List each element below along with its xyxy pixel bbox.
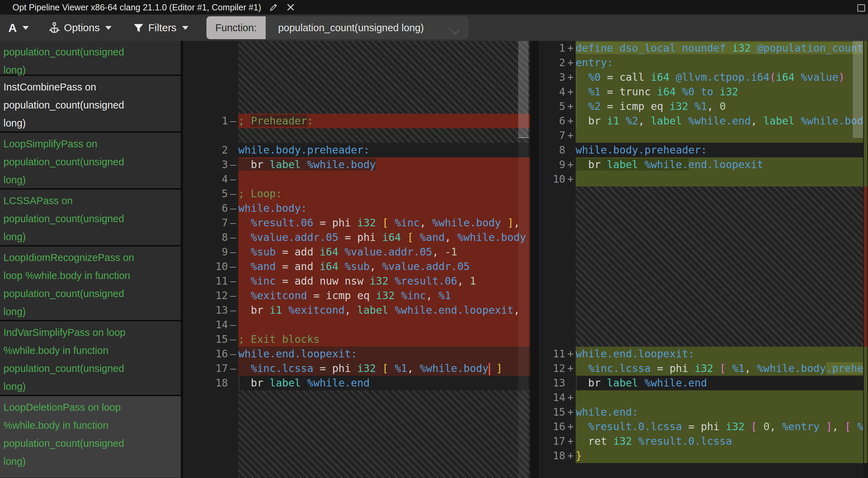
code-text[interactable]	[238, 172, 530, 186]
code-text[interactable]: %exitcond = icmp eq i32 %inc, %1	[238, 288, 530, 303]
code-text[interactable]: entry:	[576, 55, 863, 70]
code-text[interactable]: %result.0.lcssa = phi i32 [ 0, %entry ],…	[576, 419, 863, 434]
diff-modified-pane[interactable]: 1+define dso_local noundef i32 @populati…	[539, 41, 868, 478]
code-text[interactable]: %inc.lcssa = phi i32 [ %1, %while.body.p…	[576, 361, 863, 376]
code-text[interactable]: define dso_local noundef i32 @population…	[576, 41, 863, 55]
options-button[interactable]: Options	[49, 21, 112, 34]
code-line[interactable]: 16+ %result.0.lcssa = phi i32 [ 0, %entr…	[539, 419, 868, 434]
diff-original-pane[interactable]: 1–; Preheader:2while.body.preheader:3– b…	[183, 41, 530, 478]
pass-list-item[interactable]: IndVarSimplifyPass on loop%while.body in…	[0, 321, 181, 395]
code-line[interactable]: 3+ %0 = call i64 @llvm.ctpop.i64(i64 %va…	[539, 70, 868, 85]
code-text[interactable]: %2 = icmp eq i32 %1, 0	[576, 99, 863, 114]
maximize-icon[interactable]	[857, 4, 865, 12]
code-line[interactable]: 15+while.end:	[539, 405, 868, 419]
code-text[interactable]: while.body.preheader:	[576, 143, 863, 157]
code-text[interactable]: %result.06 = phi i32 [ %inc, %while.body…	[238, 216, 530, 230]
code-text[interactable]: ; Preheader:	[238, 114, 530, 128]
code-text[interactable]: while.body.preheader:	[238, 143, 530, 157]
code-text[interactable]: %sub = add i64 %value.addr.05, -1	[238, 245, 530, 259]
code-line[interactable]: 12– %exitcond = icmp eq i32 %inc, %1	[183, 288, 530, 303]
diff-sign	[565, 143, 576, 157]
code-line[interactable]: 18+}	[539, 449, 868, 463]
right-scrollbar[interactable]	[853, 41, 863, 478]
code-token: while.end.loopexit:	[238, 348, 357, 360]
code-text[interactable]: while.body:	[238, 201, 530, 216]
code-line[interactable]: 1+define dso_local noundef i32 @populati…	[539, 41, 868, 55]
code-line[interactable]: 13 br label %while.end	[539, 376, 868, 390]
code-text[interactable]: %1 = trunc i64 %0 to i32	[576, 85, 863, 99]
code-text[interactable]: %0 = call i64 @llvm.ctpop.i64(i64 %value…	[576, 70, 863, 85]
code-line[interactable]: 5–; Loop:	[183, 186, 530, 201]
code-token: ]	[496, 362, 503, 374]
code-text[interactable]	[576, 390, 863, 405]
code-text[interactable]: br label %while.end.loopexit	[576, 157, 863, 172]
chevron-down-icon	[105, 26, 112, 30]
code-token: ,	[707, 100, 719, 112]
pass-list-item[interactable]: population_count(unsignedlong)	[0, 41, 181, 75]
code-line[interactable]: 13– br i1 %exitcond, label %while.end.lo…	[183, 303, 530, 318]
code-token: = phi	[313, 217, 357, 229]
code-line[interactable]: 10+	[539, 172, 868, 186]
code-text[interactable]: br label %while.end	[576, 376, 863, 390]
pass-name-text: population_count(unsigned	[3, 285, 181, 303]
code-text[interactable]: br i1 %2, label %while.end, label %while…	[576, 114, 863, 128]
code-line[interactable]: 2+entry:	[539, 55, 868, 70]
code-line[interactable]: 3– br label %while.body	[183, 157, 530, 172]
code-text[interactable]: }	[576, 449, 863, 463]
code-line[interactable]: 17+ ret i32 %result.0.lcssa	[539, 434, 868, 449]
code-line[interactable]: 10– %and = and i64 %sub, %value.addr.05	[183, 259, 530, 274]
code-text[interactable]: %value.addr.05 = phi i64 [ %and, %while.…	[238, 230, 530, 245]
code-line[interactable]: 8– %value.addr.05 = phi i64 [ %and, %whi…	[183, 230, 530, 245]
code-line[interactable]: 17– %inc.lcssa = phi i32 [ %1, %while.bo…	[183, 361, 530, 376]
left-scrollbar-thumb[interactable]	[518, 41, 529, 138]
function-dropdown[interactable]: population_count(unsigned long)	[266, 16, 469, 39]
code-line[interactable]: 16–while.end.loopexit:	[183, 347, 530, 361]
code-line[interactable]: 1–; Preheader:	[183, 114, 530, 128]
filters-button[interactable]: Filters	[133, 22, 188, 34]
code-line[interactable]: 12+ %inc.lcssa = phi i32 [ %1, %while.bo…	[539, 361, 868, 376]
code-line[interactable]: 11– %inc = add nuw nsw i32 %result.06, 1	[183, 274, 530, 288]
code-text[interactable]: br i1 %exitcond, label %while.end.loopex…	[238, 303, 530, 318]
code-line[interactable]: 14+	[539, 390, 868, 405]
code-text[interactable]: br label %while.body	[238, 157, 530, 172]
code-line[interactable]: 11+while.end.loopexit:	[539, 347, 868, 361]
code-text[interactable]: %inc = add nuw nsw i32 %result.06, 1	[238, 274, 530, 288]
code-line[interactable]: 4–	[183, 172, 530, 186]
code-line[interactable]: 5+ %2 = icmp eq i32 %1, 0	[539, 99, 868, 114]
code-text[interactable]	[576, 128, 863, 143]
right-scrollbar-thumb[interactable]	[853, 41, 863, 138]
code-text[interactable]	[576, 172, 863, 186]
code-line[interactable]: 6–while.body:	[183, 201, 530, 216]
code-text[interactable]: ; Exit blocks	[238, 332, 530, 347]
code-text[interactable]: ; Loop:	[238, 186, 530, 201]
code-line[interactable]: 8while.body.preheader:	[539, 143, 868, 157]
rename-pencil-icon[interactable]	[269, 2, 278, 12]
diff-sign: +	[565, 347, 576, 361]
pass-list-item[interactable]: LoopDeletionPass on loop%while.body in f…	[0, 396, 181, 478]
code-line[interactable]: 15–; Exit blocks	[183, 332, 530, 347]
code-text[interactable]: while.end.loopexit:	[238, 347, 530, 361]
font-size-button[interactable]: A	[8, 21, 29, 35]
code-text[interactable]: while.end:	[576, 405, 863, 419]
code-line[interactable]: 7– %result.06 = phi i32 [ %inc, %while.b…	[183, 216, 530, 230]
code-line[interactable]: 7+	[539, 128, 868, 143]
code-line[interactable]: 14–	[183, 318, 530, 332]
code-line[interactable]: 9– %sub = add i64 %value.addr.05, -1	[183, 245, 530, 259]
code-line[interactable]: 2while.body.preheader:	[183, 143, 530, 157]
pass-list-item[interactable]: LoopSimplifyPass onpopulation_count(unsi…	[0, 133, 181, 188]
left-scrollbar[interactable]	[518, 41, 529, 478]
pass-list-item[interactable]: LoopIdiomRecognizePass onloop %while.bod…	[0, 246, 181, 320]
code-text[interactable]: %inc.lcssa = phi i32 [ %1, %while.body ]	[238, 361, 530, 376]
code-text[interactable]: %and = and i64 %sub, %value.addr.05	[238, 259, 530, 274]
pass-list-item[interactable]: InstCombinePass onpopulation_count(unsig…	[0, 76, 181, 131]
code-text[interactable]	[238, 318, 530, 332]
code-line[interactable]: 4+ %1 = trunc i64 %0 to i32	[539, 85, 868, 99]
code-line[interactable]: 6+ br i1 %2, label %while.end, label %wh…	[539, 114, 868, 128]
code-text[interactable]: ret i32 %result.0.lcssa	[576, 434, 863, 449]
code-line[interactable]: 18 br label %while.end	[183, 376, 530, 390]
code-line[interactable]: 9+ br label %while.end.loopexit	[539, 157, 868, 172]
code-text[interactable]: while.end.loopexit:	[576, 347, 863, 361]
code-text[interactable]: br label %while.end	[238, 376, 530, 390]
pass-list-item[interactable]: LCSSAPass onpopulation_count(unsignedlon…	[0, 190, 181, 245]
close-icon[interactable]	[286, 3, 295, 12]
